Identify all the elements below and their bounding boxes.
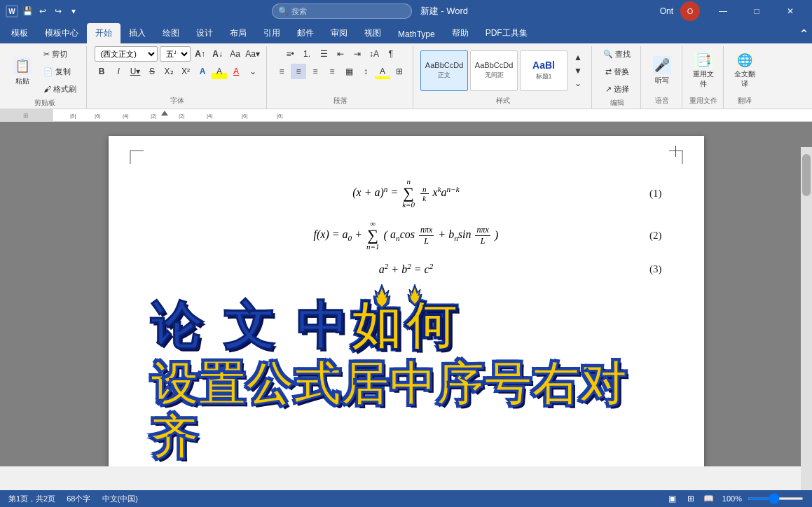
ribbon-content: 📋 粘贴 ✂ 剪切 📄 复制 🖌 格式刷 剪贴板 (西文正文) 五号 A↑ A↓ — [0, 43, 812, 109]
bullets-button[interactable]: ≡• — [282, 46, 298, 62]
tab-mailings[interactable]: 邮件 — [289, 23, 322, 43]
scroll-thumb[interactable] — [802, 154, 811, 196]
view-web-button[interactable]: ⊞ — [683, 491, 699, 506]
tab-home[interactable]: 开始 — [87, 23, 121, 43]
show-marks-button[interactable]: ¶ — [383, 46, 399, 62]
ruler-mark-0: |4| — [123, 113, 129, 119]
tab-help[interactable]: 帮助 — [443, 23, 477, 43]
multilevel-list-button[interactable]: ☰ — [316, 46, 331, 62]
font-color-button[interactable]: A — [228, 64, 244, 79]
subscript-button[interactable]: X₂ — [161, 64, 177, 79]
styles-scroll-down[interactable]: ▼ — [570, 64, 586, 77]
font-more-button[interactable]: ⌄ — [245, 64, 261, 79]
bold-button[interactable]: B — [94, 64, 109, 79]
ruler-mark-10: |8| — [277, 113, 283, 119]
save-icon[interactable]: 💾 — [21, 5, 34, 18]
find-label: 查找 — [615, 49, 631, 60]
numbering-button[interactable]: 1. — [299, 46, 315, 62]
paste-button[interactable]: 📋 粘贴 — [8, 52, 36, 91]
scrollbar[interactable] — [801, 147, 812, 490]
font-family-select[interactable]: (西文正文) — [95, 46, 158, 62]
decrease-font-button[interactable]: A↓ — [210, 46, 226, 62]
line-spacing-button[interactable]: ↕ — [358, 64, 373, 79]
find-button[interactable]: 🔍 查找 — [599, 46, 635, 62]
tab-review[interactable]: 审阅 — [322, 23, 356, 43]
tab-pdf[interactable]: PDF工具集 — [477, 23, 536, 43]
minimize-button[interactable]: — — [707, 0, 739, 22]
align-right-button[interactable]: ≡ — [308, 64, 323, 79]
translate-button[interactable]: 🌐 全文翻译 — [731, 51, 759, 90]
ruler-mark-6: |4| — [207, 113, 213, 119]
ruler-mark-2: |2| — [151, 113, 157, 119]
copy-button[interactable]: 📄 复制 — [39, 64, 81, 79]
dictate-button[interactable]: 🎤 听写 — [648, 51, 676, 90]
style-heading1[interactable]: AaBl 标题1 — [520, 50, 567, 91]
decrease-indent-button[interactable]: ⇤ — [333, 46, 348, 62]
align-left-button[interactable]: ≡ — [274, 64, 289, 79]
ribbon-collapse-button[interactable]: ⌃ — [799, 27, 809, 43]
status-page: 第1页，共2页 — [8, 494, 55, 504]
tab-view[interactable]: 视图 — [356, 23, 390, 43]
clear-format-button[interactable]: Aa — [228, 46, 243, 62]
change-case-button[interactable]: Aa▾ — [245, 46, 261, 62]
maximize-button[interactable]: □ — [741, 0, 773, 22]
align-center-button[interactable]: ≡ — [291, 64, 306, 79]
style-normal-label: 正文 — [438, 71, 450, 80]
title-search-box[interactable]: 🔍 — [272, 4, 412, 19]
cut-button[interactable]: ✂ 剪切 — [39, 46, 81, 62]
view-read-button[interactable]: 📖 — [701, 491, 717, 506]
styles-scroll-up[interactable]: ▲ — [570, 51, 586, 64]
styles-content: AaBbCcDd 正文 AaBbCcDd 无间距 AaBl 标题1 ▲ ▼ ⌄ — [420, 46, 586, 95]
tab-layout[interactable]: 布局 — [221, 23, 255, 43]
redo-icon[interactable]: ↪ — [52, 5, 64, 18]
reuse-label: 重用文件 — [689, 95, 717, 106]
shading-button[interactable]: A — [375, 64, 390, 79]
tab-references[interactable]: 引用 — [255, 23, 289, 43]
paragraph-label: 段落 — [333, 95, 347, 106]
equation-row-1: (x + a)n = n ∑ k=0 n k xkan−k (1) — [151, 178, 662, 209]
style-heading1-preview: AaBl — [532, 60, 555, 71]
reuse-label: 重用文件 — [691, 69, 716, 89]
highlight-button[interactable]: A — [212, 64, 227, 79]
increase-indent-button[interactable]: ⇥ — [350, 46, 365, 62]
equations-area: (x + a)n = n ∑ k=0 n k xkan−k (1) — [151, 178, 662, 276]
increase-font-button[interactable]: A↑ — [193, 46, 208, 62]
underline-button[interactable]: U▾ — [128, 64, 143, 79]
style-normal[interactable]: AaBbCcDd 正文 — [420, 50, 468, 91]
zoom-slider[interactable] — [748, 497, 804, 500]
tab-mathtype[interactable]: MathType — [390, 25, 443, 43]
format-painter-button[interactable]: 🖌 格式刷 — [39, 81, 81, 97]
svg-text:W: W — [8, 8, 15, 15]
document-area[interactable]: (x + a)n = n ∑ k=0 n k xkan−k (1) — [0, 122, 812, 466]
undo-icon[interactable]: ↩ — [36, 5, 49, 18]
ribbon-group-speech: 🎤 听写 语音 — [642, 46, 682, 109]
speech-controls: 🎤 听写 — [648, 46, 676, 95]
style-no-spacing[interactable]: AaBbCcDd 无间距 — [470, 50, 518, 91]
tab-design[interactable]: 设计 — [188, 23, 221, 43]
superscript-button[interactable]: X² — [178, 64, 193, 79]
reuse-button[interactable]: 📑 重用文件 — [689, 51, 717, 90]
tab-template-center[interactable]: 模板中心 — [36, 23, 87, 43]
select-icon: ↗ — [605, 85, 612, 94]
sort-button[interactable]: ↕A — [366, 46, 382, 62]
select-button[interactable]: ↗ 选择 — [601, 81, 633, 97]
col-layout-button[interactable]: ▦ — [341, 64, 357, 79]
indent-marker[interactable] — [161, 111, 168, 116]
justify-button[interactable]: ≡ — [324, 64, 340, 79]
translate-controls: 🌐 全文翻译 — [731, 46, 759, 95]
qat-more-icon[interactable]: ▾ — [67, 5, 80, 18]
microphone-icon: 🎤 — [653, 56, 671, 74]
close-button[interactable]: ✕ — [774, 0, 806, 22]
search-input[interactable] — [291, 7, 404, 15]
borders-button[interactable]: ⊞ — [392, 64, 407, 79]
tab-insert[interactable]: 插入 — [121, 23, 154, 43]
view-print-button[interactable]: ▣ — [665, 491, 680, 506]
replace-button[interactable]: ⇄ 替换 — [601, 64, 633, 79]
tab-draw[interactable]: 绘图 — [154, 23, 188, 43]
font-size-select[interactable]: 五号 — [160, 46, 191, 62]
italic-button[interactable]: I — [111, 64, 126, 79]
text-effect-button[interactable]: A — [195, 64, 210, 79]
tab-template[interactable]: 模板 — [3, 23, 36, 43]
styles-expand[interactable]: ⌄ — [570, 77, 586, 90]
strikethrough-button[interactable]: S — [144, 64, 160, 79]
